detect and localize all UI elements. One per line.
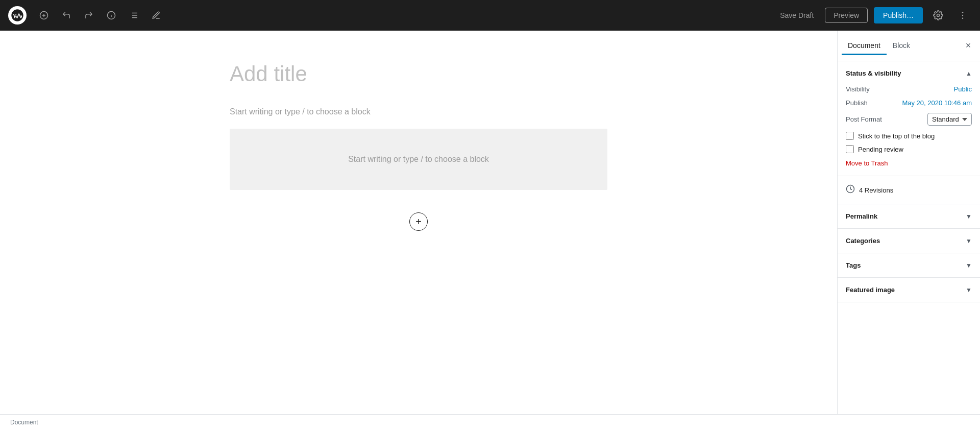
svg-point-14	[962, 15, 964, 16]
permalink-label: Permalink	[846, 212, 877, 220]
status-visibility-section: Status & visibility ▲ Visibility Public …	[838, 61, 980, 176]
categories-section[interactable]: Categories ▼	[838, 229, 980, 253]
publish-label: Publish	[846, 99, 868, 107]
categories-label: Categories	[846, 237, 880, 245]
add-block-inline-button[interactable]: +	[409, 212, 428, 231]
post-format-select[interactable]: Standard Aside Gallery Link Image Quote …	[927, 113, 972, 126]
featured-image-section[interactable]: Featured image ▼	[838, 278, 980, 302]
tags-section[interactable]: Tags ▼	[838, 253, 980, 278]
pending-review-row: Pending review	[846, 145, 972, 153]
toolbar-right: Save Draft Preview Publish…	[775, 6, 972, 25]
toolbar: Save Draft Preview Publish…	[0, 0, 980, 31]
editor-content: Add title Start writing or type / to cho…	[230, 61, 607, 231]
block-content-text-1: Start writing or type / to choose a bloc…	[348, 155, 489, 164]
stick-top-checkbox[interactable]	[846, 132, 854, 140]
stick-top-label: Stick to the top of the blog	[858, 132, 935, 140]
stick-top-row: Stick to the top of the blog	[846, 132, 972, 140]
sidebar-header: Document Block ×	[838, 31, 980, 61]
publish-value[interactable]: May 20, 2020 10:46 am	[902, 99, 972, 107]
revisions-icon	[846, 184, 855, 196]
visibility-row: Visibility Public	[846, 85, 972, 93]
wordpress-logo[interactable]	[8, 6, 27, 25]
add-block-button[interactable]	[35, 6, 53, 25]
settings-button[interactable]	[929, 6, 947, 25]
undo-button[interactable]	[57, 6, 76, 25]
tab-block[interactable]: Block	[887, 37, 916, 55]
revisions-section: 4 Revisions	[838, 176, 980, 204]
visibility-label: Visibility	[846, 85, 870, 93]
pending-review-label: Pending review	[858, 146, 903, 153]
categories-chevron: ▼	[966, 237, 972, 245]
list-view-button[interactable]	[125, 6, 143, 25]
permalink-section[interactable]: Permalink ▼	[838, 204, 980, 229]
tags-chevron: ▼	[966, 262, 972, 269]
preview-button[interactable]: Preview	[825, 8, 868, 23]
sidebar-scroll: Status & visibility ▲ Visibility Public …	[838, 61, 980, 414]
pending-review-checkbox[interactable]	[846, 145, 854, 153]
status-visibility-label: Status & visibility	[846, 69, 901, 77]
move-to-trash-link[interactable]: Move to Trash	[846, 159, 888, 167]
status-visibility-chevron: ▲	[966, 70, 972, 77]
main-layout: Add title Start writing or type / to cho…	[0, 31, 980, 414]
block-content-1[interactable]: Start writing or type / to choose a bloc…	[230, 129, 607, 190]
revisions-row[interactable]: 4 Revisions	[846, 184, 972, 196]
post-title-input[interactable]: Add title	[230, 61, 607, 87]
publish-row: Publish May 20, 2020 10:46 am	[846, 99, 972, 107]
toolbar-left	[8, 6, 165, 25]
sidebar: Document Block × Status & visibility ▲ V…	[837, 31, 980, 414]
status-bar-text: Document	[10, 419, 38, 426]
visibility-value[interactable]: Public	[954, 85, 972, 93]
svg-point-15	[962, 18, 964, 19]
tab-document[interactable]: Document	[842, 37, 887, 55]
permalink-chevron: ▼	[966, 213, 972, 220]
info-button[interactable]	[102, 6, 120, 25]
redo-button[interactable]	[80, 6, 98, 25]
publish-button[interactable]: Publish…	[874, 7, 923, 23]
block-placeholder-1[interactable]: Start writing or type / to choose a bloc…	[230, 107, 607, 116]
status-visibility-header[interactable]: Status & visibility ▲	[846, 69, 972, 77]
post-format-row: Post Format Standard Aside Gallery Link …	[846, 113, 972, 126]
svg-point-12	[937, 14, 940, 17]
featured-image-chevron: ▼	[966, 286, 972, 294]
tags-label: Tags	[846, 261, 861, 269]
post-format-label: Post Format	[846, 115, 882, 123]
editor-area: Add title Start writing or type / to cho…	[0, 31, 837, 414]
featured-image-label: Featured image	[846, 286, 895, 294]
status-bar: Document	[0, 414, 980, 430]
save-draft-button[interactable]: Save Draft	[775, 8, 819, 22]
svg-point-13	[962, 12, 964, 13]
revisions-label: 4 Revisions	[859, 186, 893, 194]
more-options-button[interactable]	[953, 6, 972, 25]
sidebar-close-button[interactable]: ×	[961, 38, 976, 54]
tools-button[interactable]	[147, 6, 165, 25]
